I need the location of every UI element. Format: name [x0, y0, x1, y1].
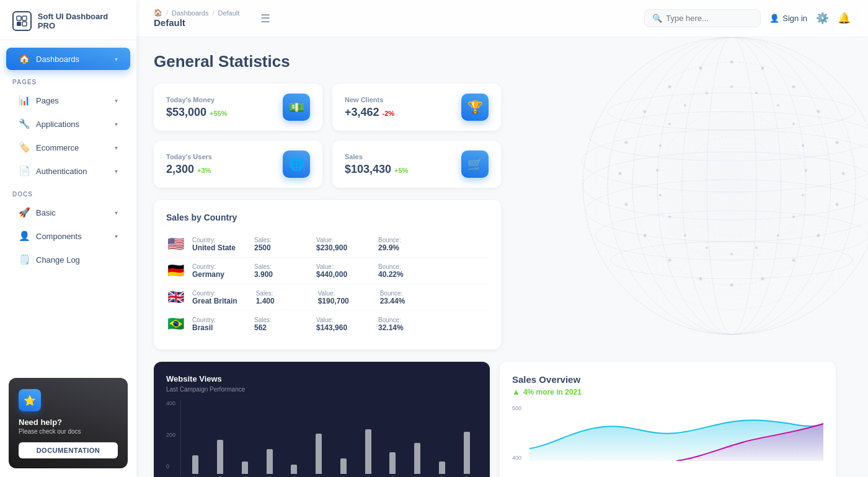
page-heading: General Statistics — [154, 52, 851, 71]
sidebar-item-label: Basic — [36, 208, 56, 217]
country-row: 🇩🇪 Country: Germany Sales: 3.900 Value: — [166, 258, 489, 284]
trophy-icon: 🏆 — [461, 94, 489, 121]
menu-icon[interactable]: ☰ — [260, 12, 270, 25]
chevron-down-icon: ▾ — [115, 168, 118, 175]
country-value: $230,900 — [316, 243, 360, 252]
settings-icon[interactable]: ⚙️ — [816, 12, 829, 25]
country-bounce: 29.9% — [378, 243, 422, 252]
sidebar-item-authentication[interactable]: 📄 Authentication ▾ — [6, 160, 130, 182]
stat-label: Sales — [345, 153, 408, 160]
stat-label: New Clients — [345, 96, 394, 103]
chevron-down-icon: ▾ — [115, 233, 118, 240]
signin-button[interactable]: 👤 Sign in — [769, 14, 807, 23]
chevron-down-icon: ▾ — [115, 144, 118, 151]
country-bounce: 40.22% — [378, 270, 422, 279]
country-sales: 1.400 — [256, 297, 299, 305]
sales-overview-title: Sales Overview — [512, 374, 823, 385]
sales-overview-subtitle: 4% more in 2021 — [523, 388, 582, 396]
logo-icon — [12, 11, 32, 31]
svg-rect-1 — [22, 16, 27, 20]
docs-section-label: DOCS — [0, 183, 136, 200]
components-icon: 👤 — [19, 230, 30, 242]
breadcrumb: 🏠 / Dashboards / Default Default — [154, 9, 239, 28]
flag-de: 🇩🇪 — [166, 263, 185, 279]
bar-chart-subtitle: Last Campaign Performance — [166, 386, 245, 393]
stat-info: Today's Money $53,000 +55% — [166, 96, 228, 119]
sidebar-item-ecommerce[interactable]: 🏷️ Ecommerce ▾ — [6, 136, 130, 159]
sidebar-item-changelog[interactable]: 🗒️ Change Log — [6, 248, 130, 271]
country-row: 🇺🇸 Country: United State Sales: 2500 Val… — [166, 231, 489, 258]
stat-card-users: Today's Users 2,300 +3% 🌐 — [154, 141, 322, 188]
topbar: 🏠 / Dashboards / Default Default ☰ 🔍 👤 S… — [136, 0, 868, 37]
country-sales: 3.900 — [254, 270, 298, 279]
content-wrapper: General Statistics Today's Money $53,000… — [154, 52, 851, 477]
country-data: Country: Germany Sales: 3.900 Value: $44… — [192, 263, 422, 279]
charts-row: Website Views Last Campaign Performance … — [154, 362, 836, 477]
help-subtitle: Please check our docs — [19, 428, 118, 435]
country-bounce: 23.44% — [380, 297, 423, 305]
country-value: $440,000 — [316, 270, 360, 279]
flag-gb: 🇬🇧 — [166, 289, 185, 305]
stat-info: Today's Users 2,300 +3% — [166, 153, 212, 176]
svg-rect-0 — [17, 16, 21, 20]
country-sales: 562 — [254, 323, 298, 332]
country-data: Country: Great Britain Sales: 1.400 Valu… — [192, 290, 423, 305]
sidebar-item-components[interactable]: 👤 Components ▾ — [6, 225, 130, 247]
chevron-down-icon: ▾ — [115, 97, 118, 104]
search-icon: 🔍 — [652, 14, 662, 23]
chevron-down-icon: ▾ — [115, 56, 118, 63]
ecommerce-icon: 🏷️ — [19, 142, 30, 153]
svg-rect-3 — [22, 22, 27, 26]
stat-label: Today's Users — [166, 153, 212, 160]
country-name: Brasil — [192, 323, 236, 332]
help-title: Need help? — [19, 418, 118, 427]
sidebar: Soft UI Dashboard PRO 🏠 Dashboards ▾ PAG… — [0, 0, 136, 477]
page-title-breadcrumb: Default — [154, 17, 239, 28]
stat-value: $53,000 — [166, 106, 206, 119]
stat-info: New Clients +3,462 -2% — [345, 96, 394, 119]
chevron-down-icon: ▾ — [115, 121, 118, 128]
stat-change: -2% — [383, 110, 395, 117]
search-box[interactable]: 🔍 — [644, 9, 761, 27]
stat-change: +55% — [210, 110, 227, 117]
stat-label: Today's Money — [166, 96, 228, 103]
flag-us: 🇺🇸 — [166, 236, 185, 252]
sidebar-item-label: Components — [36, 232, 82, 241]
country-bounce: 32.14% — [378, 323, 422, 332]
svg-rect-2 — [17, 22, 21, 26]
chevron-down-icon: ▾ — [115, 209, 118, 216]
stat-info: Sales $103,430 +5% — [345, 153, 408, 176]
sales-section-title: Sales by Country — [166, 212, 489, 222]
sidebar-item-label: Ecommerce — [36, 143, 79, 152]
sidebar-item-dashboards[interactable]: 🏠 Dashboards ▾ — [6, 48, 130, 70]
stat-value: $103,430 — [345, 163, 391, 176]
globe-icon: 🌐 — [283, 151, 310, 178]
sidebar-item-label: Pages — [36, 96, 59, 105]
main-area: 🏠 / Dashboards / Default Default ☰ 🔍 👤 S… — [136, 0, 868, 477]
stat-change: +5% — [394, 167, 408, 174]
stat-card-clients: New Clients +3,462 -2% 🏆 — [332, 84, 501, 131]
country-data: Country: Brasil Sales: 562 Value: $143,9… — [192, 317, 422, 332]
bell-icon[interactable]: 🔔 — [838, 12, 851, 25]
help-star-icon: ⭐ — [19, 389, 41, 411]
sidebar-item-label: Change Log — [36, 255, 80, 265]
sidebar-item-basic[interactable]: 🚀 Basic ▾ — [6, 201, 130, 224]
country-value: $143,960 — [316, 323, 360, 332]
sidebar-item-applications[interactable]: 🔧 Applications ▾ — [6, 113, 130, 135]
stat-change: +3% — [197, 167, 211, 174]
dashboards-icon: 🏠 — [19, 53, 30, 64]
country-data: Country: United State Sales: 2500 Value:… — [192, 237, 422, 252]
sidebar-help-card: ⭐ Need help? Please check our docs DOCUM… — [9, 378, 128, 468]
dark-chart-content: Website Views Last Campaign Performance … — [154, 362, 490, 477]
country-name: Germany — [192, 270, 236, 279]
changelog-icon: 🗒️ — [19, 254, 30, 265]
sidebar-nav: 🏠 Dashboards ▾ PAGES 📊 Pages ▾ 🔧 Applica… — [0, 40, 136, 372]
app-name: Soft UI Dashboard PRO — [38, 12, 124, 30]
documentation-button[interactable]: DOCUMENTATION — [19, 442, 118, 458]
sidebar-item-pages[interactable]: 📊 Pages ▾ — [6, 89, 130, 112]
sidebar-item-label: Authentication — [36, 167, 87, 176]
stats-grid: Today's Money $53,000 +55% 💵 New Clients… — [154, 84, 501, 188]
search-input[interactable] — [666, 14, 753, 23]
sales-by-country-card: Sales by Country 🇺🇸 Country: United Stat… — [154, 200, 501, 349]
sidebar-item-label: Applications — [36, 120, 79, 129]
